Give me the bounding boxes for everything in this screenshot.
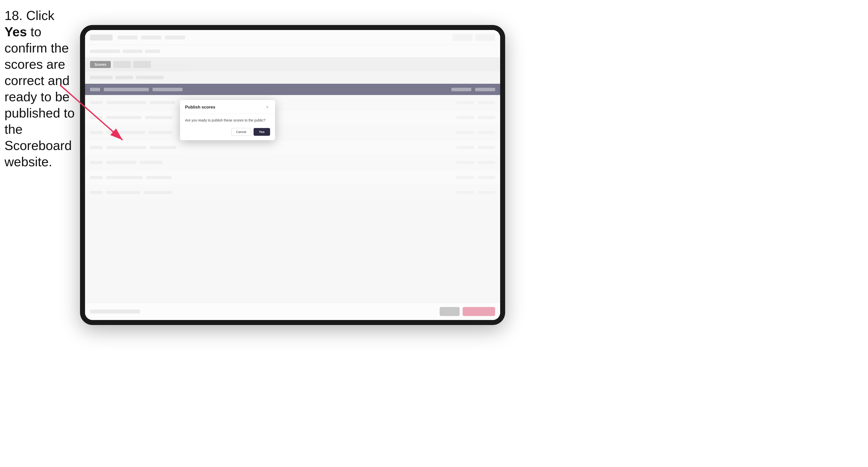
instruction-bold: Yes <box>4 25 27 39</box>
instruction-suffix: to confirm the scores are correct and re… <box>4 25 74 169</box>
instruction-prefix: Click <box>23 8 54 23</box>
modal-body: Are you ready to publish these scores to… <box>180 114 275 128</box>
yes-button[interactable]: Yes <box>254 128 270 136</box>
modal-footer: Cancel Yes <box>180 128 275 140</box>
cancel-button[interactable]: Cancel <box>231 128 251 136</box>
modal-overlay: Publish scores × Are you ready to publis… <box>85 30 500 320</box>
modal-close-button[interactable]: × <box>265 104 270 110</box>
modal-title: Publish scores <box>185 105 215 110</box>
modal-header: Publish scores × <box>180 100 275 114</box>
instruction-text: 18. Click Yes to confirm the scores are … <box>4 7 77 170</box>
step-number: 18. <box>4 8 23 23</box>
app-background: Scores <box>85 30 500 320</box>
publish-scores-modal: Publish scores × Are you ready to publis… <box>180 100 275 140</box>
tablet-device: Scores <box>80 25 505 325</box>
tablet-screen: Scores <box>85 30 500 320</box>
